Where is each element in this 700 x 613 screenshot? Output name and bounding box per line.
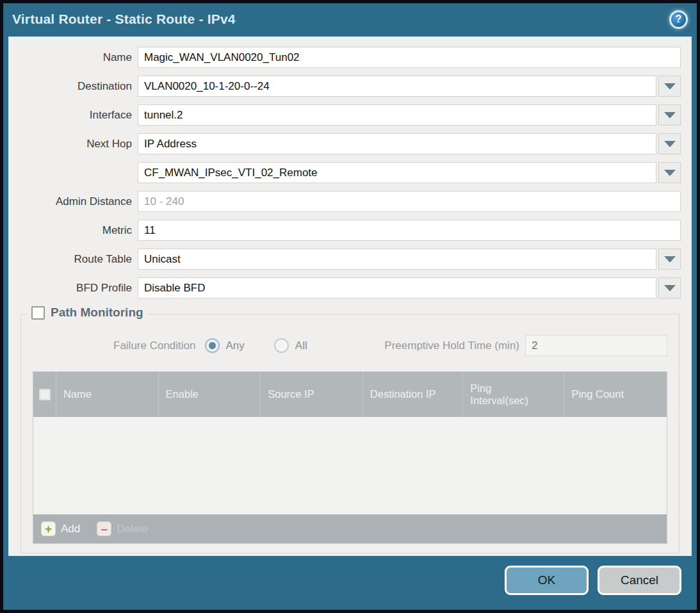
form-row-admin-distance: Admin Distance <box>19 191 681 212</box>
radio-dot-icon <box>209 342 216 349</box>
column-header-ping-interval[interactable]: Ping Interval(sec) <box>463 372 564 417</box>
bfd-profile-dropdown-button[interactable] <box>658 277 681 298</box>
form-row-destination: Destination <box>19 76 681 97</box>
path-monitoring-label: Path Monitoring <box>51 306 143 320</box>
next-hop-type-input[interactable] <box>138 133 656 154</box>
admin-distance-label: Admin Distance <box>19 195 132 208</box>
failure-condition-label: Failure Condition <box>113 339 196 352</box>
column-header-source-ip[interactable]: Source IP <box>261 372 363 417</box>
failure-condition-row: Failure Condition Any All Preemptive Hol… <box>33 335 667 356</box>
form-row-route-table: Route Table <box>19 249 681 270</box>
form-row-interface: Interface <box>19 104 681 126</box>
column-header-ping-count[interactable]: Ping Count <box>564 372 667 417</box>
interface-input[interactable] <box>138 104 656 126</box>
form-row-bfd-profile: BFD Profile <box>19 277 681 298</box>
column-header-name[interactable]: Name <box>56 372 159 417</box>
table-header-row: Name Enable Source IP Destination IP Pin… <box>33 372 667 417</box>
interface-dropdown-button[interactable] <box>658 104 681 126</box>
route-table-input[interactable] <box>138 249 656 270</box>
chevron-down-icon <box>664 141 676 147</box>
interface-label: Interface <box>19 109 132 122</box>
form-row-next-hop: Next Hop <box>19 133 681 154</box>
preemptive-hold-time-label: Preemptive Hold Time (min) <box>384 339 519 352</box>
plus-icon: + <box>41 521 56 536</box>
add-button[interactable]: + Add <box>41 521 80 536</box>
table-toolbar: + Add – Delete <box>33 514 667 543</box>
dialog-footer: OK Cancel <box>3 556 697 610</box>
column-header-destination-ip[interactable]: Destination IP <box>363 372 463 417</box>
select-all-cell <box>33 372 56 417</box>
chevron-down-icon <box>664 170 676 176</box>
cancel-button[interactable]: Cancel <box>598 566 681 595</box>
metric-input[interactable] <box>138 220 681 241</box>
minus-icon: – <box>97 521 111 536</box>
route-table-label: Route Table <box>19 253 132 266</box>
static-route-dialog: Virtual Router - Static Route - IPv4 ? N… <box>0 0 700 613</box>
next-hop-address-input[interactable] <box>138 162 656 183</box>
path-monitoring-legend: Path Monitoring <box>26 306 149 320</box>
bfd-profile-label: BFD Profile <box>19 282 132 295</box>
form-row-next-hop-value <box>19 162 681 183</box>
destination-input[interactable] <box>138 76 656 97</box>
chevron-down-icon <box>664 112 676 119</box>
route-table-dropdown-button[interactable] <box>658 249 681 270</box>
failure-condition-all-radio[interactable] <box>274 338 289 353</box>
form-row-metric: Metric <box>19 220 681 241</box>
table-body-empty <box>33 417 667 514</box>
dialog-titlebar: Virtual Router - Static Route - IPv4 ? <box>3 3 697 35</box>
next-hop-label: Next Hop <box>19 138 132 151</box>
failure-condition-any-radio[interactable] <box>205 338 220 353</box>
path-monitoring-checkbox[interactable] <box>31 306 45 320</box>
path-monitoring-table: Name Enable Source IP Destination IP Pin… <box>33 372 667 544</box>
add-button-label: Add <box>61 523 80 535</box>
ok-button[interactable]: OK <box>505 566 589 595</box>
dialog-content: Name Destination Interface Next Hop <box>8 37 692 556</box>
metric-label: Metric <box>19 224 132 237</box>
chevron-down-icon <box>664 285 676 291</box>
bfd-profile-input[interactable] <box>138 277 656 298</box>
preemptive-hold-time-group: Preemptive Hold Time (min) <box>384 335 667 356</box>
delete-button-label: Delete <box>117 523 148 535</box>
dialog-title: Virtual Router - Static Route - IPv4 <box>12 12 236 27</box>
path-monitoring-section: Path Monitoring Failure Condition Any Al… <box>20 314 680 553</box>
chevron-down-icon <box>664 83 676 90</box>
form-row-name: Name <box>19 47 681 68</box>
delete-button[interactable]: – Delete <box>97 521 148 536</box>
destination-label: Destination <box>19 80 132 93</box>
next-hop-address-dropdown-button[interactable] <box>658 162 681 183</box>
name-input[interactable] <box>138 47 681 68</box>
admin-distance-input[interactable] <box>138 191 681 212</box>
failure-condition-all-label: All <box>295 339 307 352</box>
chevron-down-icon <box>664 256 676 263</box>
select-all-checkbox[interactable] <box>39 389 51 400</box>
preemptive-hold-time-input[interactable] <box>525 335 667 356</box>
help-icon[interactable]: ? <box>669 10 688 29</box>
next-hop-type-dropdown-button[interactable] <box>658 133 681 154</box>
name-label: Name <box>19 51 132 64</box>
failure-condition-any-label: Any <box>226 339 245 352</box>
destination-dropdown-button[interactable] <box>658 76 681 97</box>
column-header-enable[interactable]: Enable <box>159 372 261 417</box>
